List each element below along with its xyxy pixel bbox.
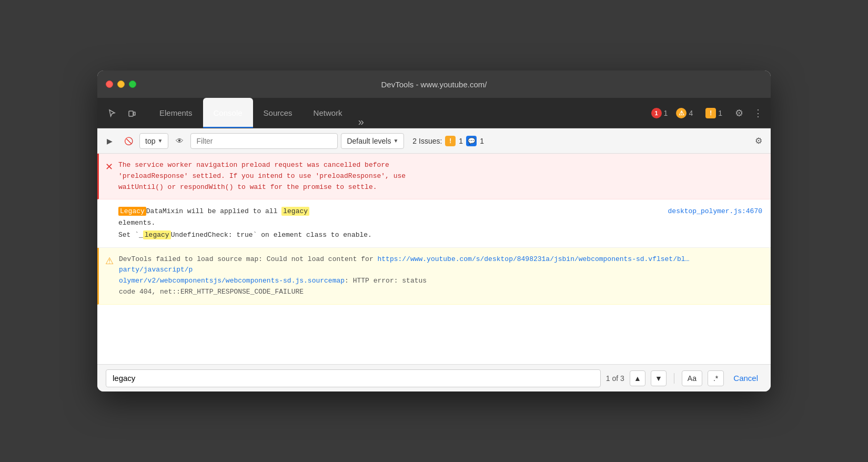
search-next-icon: ▼ <box>655 374 662 383</box>
tabs-container: Elements Console Sources Network » <box>149 98 647 128</box>
context-dropdown-icon: ▼ <box>157 138 163 144</box>
console-content: ✕ The service worker navigation preload … <box>97 154 771 364</box>
search-input[interactable] <box>106 369 601 387</box>
error-icon: ✕ <box>105 161 113 173</box>
tab-toolbar-icons <box>104 105 140 122</box>
device-icon <box>128 109 136 117</box>
tab-network[interactable]: Network <box>303 98 353 128</box>
context-selector[interactable]: top ▼ <box>139 133 168 149</box>
title-bar: DevTools - www.youtube.com/ <box>97 71 771 98</box>
search-divider <box>674 373 674 384</box>
regex-button[interactable]: .* <box>708 370 724 386</box>
warn-text: DevTools failed to load source map: Coul… <box>119 254 762 298</box>
tab-console[interactable]: Console <box>203 98 253 128</box>
eye-icon: 👁 <box>176 136 184 145</box>
issues-badge2-count: 1 <box>480 137 484 145</box>
traffic-lights <box>106 81 136 88</box>
run-button[interactable]: ▶ <box>102 133 117 149</box>
info-count-label: 1 <box>718 109 722 117</box>
search-prev-button[interactable]: ▲ <box>630 370 645 386</box>
console-toolbar: ▶ 🚫 top ▼ 👁 Default levels ▼ 2 Issues: !… <box>97 128 771 154</box>
info-text: LegacyDataMixin will be applied to all l… <box>118 206 762 240</box>
issues-label: 2 Issues: <box>412 137 442 145</box>
warn-count-label: 4 <box>689 109 693 117</box>
highlight-legacy2-yellow: legacy <box>143 230 171 239</box>
cursor-icon <box>108 109 116 117</box>
issues-badge1-count: 1 <box>459 137 463 145</box>
devtools-more-button[interactable]: ⋮ <box>752 105 764 122</box>
tabs-more-button[interactable]: » <box>353 116 369 128</box>
warn-source-link[interactable]: https://www.youtube.com/s/desktop/849823… <box>119 255 689 285</box>
close-button[interactable] <box>106 81 113 88</box>
context-label: top <box>145 137 155 145</box>
levels-label: Default levels <box>347 137 391 145</box>
console-error-message: ✕ The service worker navigation preload … <box>97 154 771 199</box>
cancel-label: Cancel <box>733 374 758 383</box>
search-prev-icon: ▲ <box>634 374 641 383</box>
info-count-button[interactable]: ! 1 <box>701 106 726 120</box>
error-badge: 1 <box>651 108 662 118</box>
clear-button[interactable]: 🚫 <box>120 133 136 149</box>
devtools-settings-button[interactable]: ⚙ <box>731 105 748 122</box>
console-settings-button[interactable]: ⚙ <box>751 133 766 149</box>
source-link[interactable]: desktop_polymer.js:4670 <box>668 206 762 217</box>
settings-icon: ⚙ <box>755 136 762 146</box>
console-warn-message: ⚠ DevTools failed to load source map: Co… <box>97 248 771 305</box>
block-icon: 🚫 <box>124 137 133 145</box>
match-case-button[interactable]: Aa <box>682 370 702 386</box>
search-next-button[interactable]: ▼ <box>651 370 667 386</box>
issues-badge-blue: 💬 <box>466 136 477 146</box>
minimize-button[interactable] <box>117 81 125 88</box>
svg-rect-0 <box>129 111 133 116</box>
filter-input[interactable] <box>190 133 338 149</box>
search-cancel-button[interactable]: Cancel <box>729 371 762 385</box>
info-badge-yellow: ! <box>705 108 716 118</box>
highlight-legacy-yellow: legacy <box>281 207 309 216</box>
highlight-legacy-orange: Legacy <box>118 207 146 216</box>
error-count-label: 1 <box>664 109 668 117</box>
run-icon: ▶ <box>107 137 113 145</box>
devtools-window: DevTools - www.youtube.com/ Elements Con… <box>97 71 771 391</box>
tab-elements[interactable]: Elements <box>149 98 203 128</box>
search-count: 1 of 3 <box>606 374 624 383</box>
levels-selector[interactable]: Default levels ▼ <box>341 133 404 149</box>
match-case-label: Aa <box>688 374 697 383</box>
console-info-message: LegacyDataMixin will be applied to all l… <box>97 199 771 247</box>
tab-sources[interactable]: Sources <box>253 98 303 128</box>
warn-badge: ⚠ <box>676 108 687 118</box>
maximize-button[interactable] <box>129 81 136 88</box>
levels-dropdown-icon: ▼ <box>393 138 398 144</box>
svg-rect-1 <box>134 112 135 115</box>
window-title: DevTools - www.youtube.com/ <box>381 80 487 89</box>
error-text: The service worker navigation preload re… <box>118 160 406 193</box>
tab-bar-right: 1 1 ⚠ 4 ! 1 ⚙ ⋮ <box>647 105 764 122</box>
error-count-button[interactable]: 1 1 ⚠ 4 <box>647 106 698 120</box>
issues-count[interactable]: 2 Issues: ! 1 💬 1 <box>407 134 489 148</box>
eye-button[interactable]: 👁 <box>171 133 187 149</box>
issues-badge-yellow: ! <box>445 136 456 146</box>
warn-icon: ⚠ <box>105 255 114 267</box>
regex-label: .* <box>713 374 718 383</box>
search-bar: 1 of 3 ▲ ▼ Aa .* Cancel <box>97 364 771 391</box>
inspect-element-button[interactable] <box>104 105 120 122</box>
tab-bar: Elements Console Sources Network » 1 1 ⚠… <box>97 98 771 128</box>
device-toggle-button[interactable] <box>124 105 140 122</box>
